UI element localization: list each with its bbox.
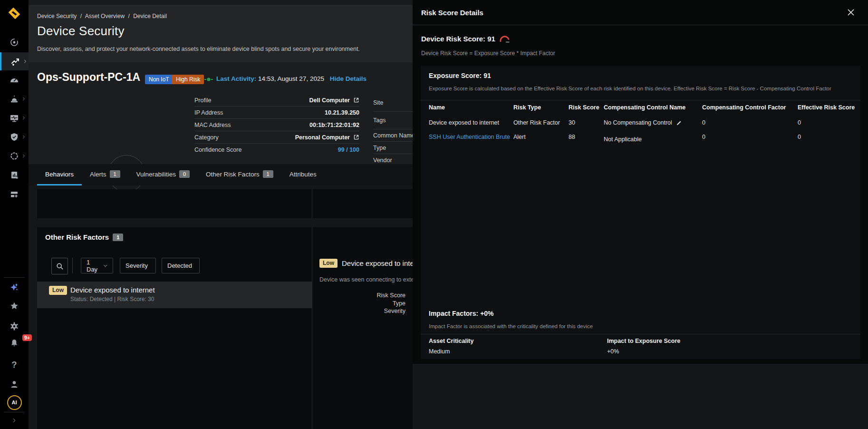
sidebar-item-custom-dashboards[interactable]: [0, 185, 29, 203]
status-dropdown[interactable]: Detected: [162, 258, 200, 273]
tab-attributes[interactable]: Attributes: [281, 164, 325, 185]
external-link-icon[interactable]: [353, 134, 359, 140]
exposure-score-title: Exposure Score: 91: [429, 72, 491, 79]
breadcrumb-item[interactable]: Device Security: [37, 13, 77, 20]
sidebar-item-favorites[interactable]: [0, 297, 29, 315]
detail-field-label: Type: [319, 300, 405, 307]
attribute-label: Tags: [373, 117, 386, 124]
table-cell-impact: +0%: [607, 348, 750, 355]
divider: [312, 227, 312, 429]
activity-dot-icon: [204, 77, 213, 82]
brand-logo[interactable]: [0, 4, 29, 23]
sidebar-item-ai-assistant[interactable]: AI: [0, 393, 29, 411]
impact-factors-card: Impact Factors: +0% Impact Factor is ass…: [421, 303, 860, 359]
table-cell-name-link[interactable]: SSH User Authentication Brute...: [429, 134, 511, 140]
panel-header: Risk Score Details: [413, 0, 868, 25]
column-header: Compensating Control Name: [604, 104, 699, 111]
sidebar-item-reports[interactable]: [0, 166, 29, 184]
sidebar-divider: [4, 412, 25, 412]
high-risk-badge: High Risk: [172, 75, 204, 84]
search-button[interactable]: [51, 258, 68, 274]
tab-behaviors[interactable]: Behaviors: [37, 164, 82, 185]
sidebar-item-notifications[interactable]: 9+: [0, 334, 29, 352]
attribute-value: Dell Computer: [309, 97, 350, 104]
attribute-label: Site: [373, 99, 384, 106]
sidebar-collapse-button[interactable]: [0, 413, 29, 428]
hide-details-link[interactable]: Hide Details: [330, 75, 366, 82]
sidebar-item-ai-copilot[interactable]: [0, 278, 29, 296]
divider: [421, 334, 860, 334]
behaviors-section-partial: [37, 189, 413, 218]
breadcrumb-separator: /: [80, 13, 82, 20]
tab-other-risk-factors[interactable]: Other Risk Factors1: [198, 164, 281, 185]
sparkles-icon: [9, 282, 19, 292]
table-cell-risk-type: Other Risk Factor: [513, 119, 566, 126]
risk-score-formula: Device Risk Score = Exposure Score * Imp…: [421, 50, 555, 57]
page-header: Device Security / Asset Overview / Devic…: [29, 5, 413, 62]
breadcrumb: Device Security / Asset Overview / Devic…: [37, 13, 169, 20]
star-icon: [10, 301, 19, 311]
sidebar-item-discovery[interactable]: [0, 33, 29, 51]
sidebar-item-device-security[interactable]: [0, 52, 30, 70]
attribute-row: IP Address 10.21.39.250: [194, 107, 359, 119]
table-cell-risk-score: 88: [569, 134, 602, 140]
device-tabs: Behaviors Alerts1 Vulnerabilities0 Other…: [29, 164, 413, 185]
sidebar-item-help[interactable]: ?: [0, 356, 29, 374]
risk-factor-subtitle: Status: Detected | Risk Score: 30: [70, 296, 154, 302]
device-attributes-left: Profile Dell Computer IP Address 10.21.3…: [194, 94, 359, 156]
chevron-right-icon: [21, 116, 26, 120]
sidebar-item-alerts[interactable]: [0, 90, 29, 108]
attribute-value: 00:1b:71:22:01:92: [309, 122, 359, 128]
gear-icon: [10, 322, 19, 331]
tab-vulnerabilities[interactable]: Vulnerabilities0: [128, 164, 198, 185]
breadcrumb-separator: /: [128, 13, 129, 20]
attribute-label: MAC Address: [194, 122, 231, 128]
chevron-right-icon: [21, 135, 26, 139]
last-activity-label: Last Activity:: [216, 75, 256, 82]
severity-dropdown[interactable]: Severity: [120, 258, 156, 273]
risk-gauge-icon: [499, 35, 511, 43]
attribute-row: Confidence Score 99 / 100: [194, 144, 359, 156]
brand-logo-icon: [6, 5, 22, 21]
sidebar-item-user[interactable]: [0, 375, 29, 393]
sidebar-item-policy[interactable]: [0, 128, 29, 146]
trend-icon: [11, 57, 20, 66]
gauge-icon: [10, 75, 19, 85]
severity-badge: Low: [319, 259, 338, 268]
sidebar-item-dashboard[interactable]: [0, 71, 29, 89]
attribute-label: Category: [194, 134, 219, 141]
breadcrumb-item[interactable]: Asset Overview: [85, 13, 125, 20]
column-header: Name: [429, 104, 511, 111]
risk-detail-title: Device exposed to inter: [342, 259, 416, 267]
external-link-icon[interactable]: [353, 97, 359, 103]
top-strip: [29, 0, 413, 5]
time-range-dropdown[interactable]: 1 Day: [81, 258, 113, 273]
breadcrumb-item: Device Detail: [133, 13, 167, 20]
risk-factor-list-item[interactable]: Low Device exposed to internet Status: D…: [37, 282, 312, 308]
chevron-right-icon: [23, 59, 28, 64]
attribute-label: Common Name: [373, 132, 415, 139]
radar-icon: [10, 38, 19, 47]
column-header: Impact to Exposure Score: [607, 338, 750, 344]
close-button[interactable]: [845, 7, 857, 18]
sidebar: 9+ ? AI: [0, 0, 29, 429]
exposure-score-description: Exposure Score is calculated based on th…: [429, 86, 831, 91]
chevron-right-icon: [11, 418, 17, 423]
report-icon: [10, 170, 19, 180]
sidebar-item-integrations[interactable]: [0, 147, 29, 165]
shield-check-icon: [10, 132, 19, 142]
chevron-right-icon: [21, 97, 26, 101]
page-description: Discover, assess, and protect your netwo…: [37, 46, 360, 52]
confidence-score-value[interactable]: 99 / 100: [338, 146, 359, 153]
tab-alerts[interactable]: Alerts1: [82, 164, 128, 185]
table-cell-control-name: No Compensating Control: [604, 119, 672, 126]
attribute-row: Category Personal Computer: [194, 131, 359, 144]
page-title: Device Security: [37, 24, 125, 39]
ai-badge: AI: [7, 395, 22, 410]
divider: [72, 258, 73, 273]
divider: [421, 100, 860, 100]
sidebar-item-settings[interactable]: [0, 317, 29, 335]
edit-pencil-icon[interactable]: [676, 120, 682, 126]
other-risk-factors-section: Other Risk Factors 1 1 Day Severity Dete…: [37, 227, 413, 429]
sidebar-item-device-monitor[interactable]: [0, 109, 29, 127]
